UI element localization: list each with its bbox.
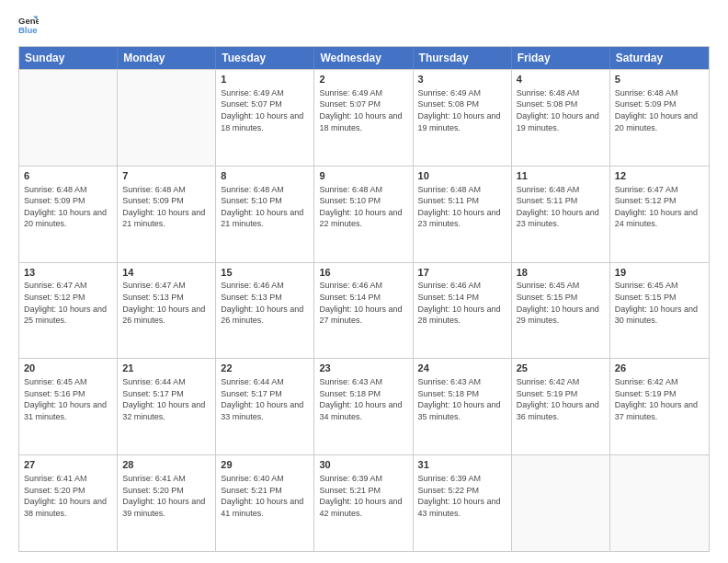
day-info: Sunrise: 6:47 AM Sunset: 5:12 PM Dayligh… — [615, 184, 704, 230]
day-number: 23 — [319, 362, 407, 375]
day-cell-20: 20Sunrise: 6:45 AM Sunset: 5:16 PM Dayli… — [19, 359, 118, 454]
day-number: 20 — [24, 362, 112, 375]
day-number: 18 — [517, 266, 605, 280]
svg-text:Blue: Blue — [18, 25, 38, 35]
day-info: Sunrise: 6:48 AM Sunset: 5:09 PM Dayligh… — [24, 184, 112, 230]
day-number: 28 — [122, 458, 210, 472]
empty-cell — [610, 455, 709, 551]
day-number: 31 — [418, 458, 506, 472]
day-info: Sunrise: 6:43 AM Sunset: 5:18 PM Dayligh… — [418, 376, 506, 422]
day-cell-25: 25Sunrise: 6:42 AM Sunset: 5:19 PM Dayli… — [512, 359, 610, 454]
day-info: Sunrise: 6:45 AM Sunset: 5:15 PM Dayligh… — [517, 280, 605, 326]
week-row-2: 6Sunrise: 6:48 AM Sunset: 5:09 PM Daylig… — [19, 166, 709, 262]
day-cell-29: 29Sunrise: 6:40 AM Sunset: 5:21 PM Dayli… — [216, 455, 314, 551]
day-info: Sunrise: 6:45 AM Sunset: 5:15 PM Dayligh… — [615, 280, 704, 326]
day-number: 5 — [615, 73, 704, 86]
day-info: Sunrise: 6:47 AM Sunset: 5:13 PM Dayligh… — [122, 280, 210, 326]
day-info: Sunrise: 6:49 AM Sunset: 5:07 PM Dayligh… — [319, 87, 407, 133]
day-cell-22: 22Sunrise: 6:44 AM Sunset: 5:17 PM Dayli… — [216, 359, 314, 454]
day-number: 29 — [221, 458, 309, 472]
day-number: 30 — [319, 458, 407, 472]
day-info: Sunrise: 6:47 AM Sunset: 5:12 PM Dayligh… — [24, 280, 112, 326]
day-info: Sunrise: 6:42 AM Sunset: 5:19 PM Dayligh… — [517, 376, 605, 422]
day-info: Sunrise: 6:41 AM Sunset: 5:20 PM Dayligh… — [24, 473, 112, 519]
day-info: Sunrise: 6:49 AM Sunset: 5:08 PM Dayligh… — [418, 87, 506, 133]
day-header-sunday: Sunday — [19, 47, 118, 69]
day-cell-12: 12Sunrise: 6:47 AM Sunset: 5:12 PM Dayli… — [610, 167, 709, 262]
day-number: 10 — [418, 169, 506, 183]
day-header-thursday: Thursday — [414, 47, 512, 69]
day-header-monday: Monday — [118, 47, 216, 69]
logo: General Blue — [18, 15, 42, 39]
day-cell-8: 8Sunrise: 6:48 AM Sunset: 5:10 PM Daylig… — [216, 167, 314, 262]
day-number: 16 — [319, 266, 407, 280]
day-info: Sunrise: 6:48 AM Sunset: 5:10 PM Dayligh… — [319, 184, 407, 230]
day-number: 24 — [418, 362, 506, 375]
day-number: 17 — [418, 266, 506, 280]
day-header-tuesday: Tuesday — [216, 47, 314, 69]
day-header-wednesday: Wednesday — [314, 47, 413, 69]
day-number: 6 — [24, 169, 112, 183]
general-blue-icon: General Blue — [18, 15, 39, 35]
day-number: 27 — [24, 458, 112, 472]
day-info: Sunrise: 6:46 AM Sunset: 5:14 PM Dayligh… — [418, 280, 506, 326]
day-info: Sunrise: 6:48 AM Sunset: 5:10 PM Dayligh… — [221, 184, 309, 230]
day-number: 14 — [122, 266, 210, 280]
day-info: Sunrise: 6:48 AM Sunset: 5:08 PM Dayligh… — [517, 87, 605, 133]
day-info: Sunrise: 6:44 AM Sunset: 5:17 PM Dayligh… — [221, 376, 309, 422]
day-cell-23: 23Sunrise: 6:43 AM Sunset: 5:18 PM Dayli… — [314, 359, 413, 454]
day-cell-1: 1Sunrise: 6:49 AM Sunset: 5:07 PM Daylig… — [216, 70, 314, 166]
day-cell-10: 10Sunrise: 6:48 AM Sunset: 5:11 PM Dayli… — [414, 167, 512, 262]
day-number: 4 — [517, 73, 605, 86]
day-cell-5: 5Sunrise: 6:48 AM Sunset: 5:09 PM Daylig… — [610, 70, 709, 166]
day-number: 22 — [221, 362, 309, 375]
day-number: 21 — [122, 362, 210, 375]
day-cell-30: 30Sunrise: 6:39 AM Sunset: 5:21 PM Dayli… — [314, 455, 413, 551]
day-info: Sunrise: 6:48 AM Sunset: 5:11 PM Dayligh… — [517, 184, 605, 230]
calendar-header-row: SundayMondayTuesdayWednesdayThursdayFrid… — [19, 47, 709, 69]
week-row-4: 20Sunrise: 6:45 AM Sunset: 5:16 PM Dayli… — [19, 358, 709, 454]
day-info: Sunrise: 6:42 AM Sunset: 5:19 PM Dayligh… — [615, 376, 704, 422]
day-number: 8 — [221, 169, 309, 183]
day-number: 3 — [418, 73, 506, 86]
day-number: 12 — [615, 169, 704, 183]
day-info: Sunrise: 6:43 AM Sunset: 5:18 PM Dayligh… — [319, 376, 407, 422]
day-info: Sunrise: 6:46 AM Sunset: 5:14 PM Dayligh… — [319, 280, 407, 326]
day-info: Sunrise: 6:48 AM Sunset: 5:09 PM Dayligh… — [122, 184, 210, 230]
day-cell-17: 17Sunrise: 6:46 AM Sunset: 5:14 PM Dayli… — [414, 263, 512, 359]
day-cell-24: 24Sunrise: 6:43 AM Sunset: 5:18 PM Dayli… — [414, 359, 512, 454]
day-header-friday: Friday — [512, 47, 610, 69]
day-cell-21: 21Sunrise: 6:44 AM Sunset: 5:17 PM Dayli… — [118, 359, 216, 454]
day-cell-6: 6Sunrise: 6:48 AM Sunset: 5:09 PM Daylig… — [19, 167, 118, 262]
day-number: 11 — [517, 169, 605, 183]
day-cell-15: 15Sunrise: 6:46 AM Sunset: 5:13 PM Dayli… — [216, 263, 314, 359]
day-number: 2 — [319, 73, 407, 86]
calendar: SundayMondayTuesdayWednesdayThursdayFrid… — [18, 46, 710, 552]
day-info: Sunrise: 6:46 AM Sunset: 5:13 PM Dayligh… — [221, 280, 309, 326]
day-cell-13: 13Sunrise: 6:47 AM Sunset: 5:12 PM Dayli… — [19, 263, 118, 359]
day-info: Sunrise: 6:48 AM Sunset: 5:11 PM Dayligh… — [418, 184, 506, 230]
header: General Blue — [18, 15, 710, 39]
day-info: Sunrise: 6:39 AM Sunset: 5:21 PM Dayligh… — [319, 473, 407, 519]
page: General Blue SundayMondayTuesdayWednesda… — [0, 0, 728, 563]
week-row-5: 27Sunrise: 6:41 AM Sunset: 5:20 PM Dayli… — [19, 454, 709, 551]
day-cell-28: 28Sunrise: 6:41 AM Sunset: 5:20 PM Dayli… — [118, 455, 216, 551]
day-info: Sunrise: 6:49 AM Sunset: 5:07 PM Dayligh… — [221, 87, 309, 133]
day-cell-9: 9Sunrise: 6:48 AM Sunset: 5:10 PM Daylig… — [314, 167, 413, 262]
day-number: 15 — [221, 266, 309, 280]
day-cell-18: 18Sunrise: 6:45 AM Sunset: 5:15 PM Dayli… — [512, 263, 610, 359]
day-cell-27: 27Sunrise: 6:41 AM Sunset: 5:20 PM Dayli… — [19, 455, 118, 551]
empty-cell — [512, 455, 610, 551]
day-number: 1 — [221, 73, 309, 86]
day-number: 25 — [517, 362, 605, 375]
day-cell-2: 2Sunrise: 6:49 AM Sunset: 5:07 PM Daylig… — [314, 70, 413, 166]
day-info: Sunrise: 6:39 AM Sunset: 5:22 PM Dayligh… — [418, 473, 506, 519]
day-info: Sunrise: 6:41 AM Sunset: 5:20 PM Dayligh… — [122, 473, 210, 519]
day-cell-19: 19Sunrise: 6:45 AM Sunset: 5:15 PM Dayli… — [610, 263, 709, 359]
day-cell-11: 11Sunrise: 6:48 AM Sunset: 5:11 PM Dayli… — [512, 167, 610, 262]
day-header-saturday: Saturday — [610, 47, 709, 69]
day-cell-7: 7Sunrise: 6:48 AM Sunset: 5:09 PM Daylig… — [118, 167, 216, 262]
day-cell-31: 31Sunrise: 6:39 AM Sunset: 5:22 PM Dayli… — [414, 455, 512, 551]
day-cell-4: 4Sunrise: 6:48 AM Sunset: 5:08 PM Daylig… — [512, 70, 610, 166]
day-cell-26: 26Sunrise: 6:42 AM Sunset: 5:19 PM Dayli… — [610, 359, 709, 454]
